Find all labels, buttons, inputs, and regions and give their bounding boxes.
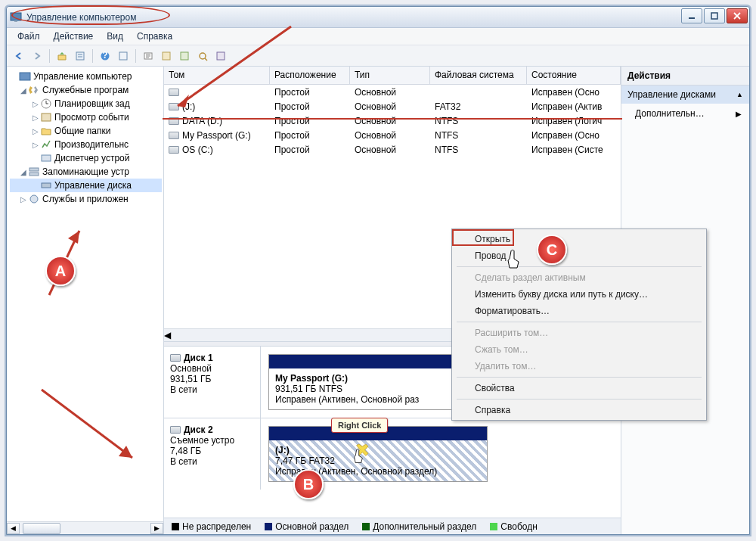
tb-icon-3[interactable] — [177, 48, 192, 64]
menu-view[interactable]: Вид — [101, 29, 129, 44]
actions-more[interactable]: Дополнительн…▶ — [621, 104, 749, 123]
disk-icon — [169, 132, 179, 139]
up-button[interactable] — [54, 48, 70, 64]
ctx-props[interactable]: Свойства — [454, 380, 705, 396]
nav-back-button[interactable] — [11, 48, 26, 64]
svg-rect-26 — [42, 183, 51, 188]
vol-row[interactable]: DATA (D:)ПростойОсновнойNTFSИсправен (Ло… — [164, 113, 621, 128]
tb-icon-5[interactable] — [213, 48, 228, 64]
vol-row[interactable]: OS (C:)ПростойОсновнойNTFSИсправен (Сист… — [164, 142, 621, 157]
col-state[interactable]: Состояние — [527, 67, 621, 84]
col-layout[interactable]: Расположение — [270, 67, 350, 84]
disk1-name: Диск 1 — [184, 353, 213, 363]
disk2-name: Диск 2 — [184, 424, 213, 435]
disk1-size: 931,51 ГБ — [170, 374, 254, 384]
tree-devmgr[interactable]: Диспетчер устрой — [10, 151, 162, 165]
menu-action[interactable]: Действие — [48, 29, 100, 44]
actions-header: Действия — [621, 67, 749, 86]
disk-icon — [169, 117, 179, 125]
tree-pane: Управление компьютер ◢Служебные програм … — [7, 67, 164, 534]
tree-perf[interactable]: ▷Производительнс — [10, 138, 162, 151]
disk2-partition[interactable]: (J:) 7,47 ГБ FAT32 Исправен (Активен, Ос… — [268, 426, 488, 482]
svg-rect-22 — [42, 113, 51, 121]
svg-rect-17 — [217, 52, 225, 60]
col-fs[interactable]: Файловая система — [430, 67, 527, 84]
ctx-active: Сделать раздел активным — [454, 269, 705, 286]
vol-row[interactable]: My Passport (G:)ПростойОсновнойNTFSИспра… — [164, 128, 621, 142]
part2-title: (J:) — [275, 445, 481, 455]
svg-rect-3 — [711, 13, 717, 19]
window-title: Управление компьютером — [26, 12, 746, 23]
svg-rect-25 — [29, 173, 39, 176]
disk-icon — [169, 89, 179, 96]
svg-rect-13 — [163, 52, 170, 60]
disk-icon — [170, 426, 181, 434]
app-icon — [10, 11, 22, 23]
anno-right-click-label: Right Click — [331, 418, 388, 433]
tb-icon-1[interactable] — [141, 48, 156, 64]
anno-cursor-2 — [351, 443, 370, 465]
tree-diskmgmt[interactable]: Управление диска — [10, 179, 162, 192]
vol-row[interactable]: ПростойОсновнойИсправен (Осно — [164, 85, 621, 99]
disk1-status: В сети — [170, 384, 254, 395]
legend: Не распределен Основной раздел Дополните… — [164, 518, 621, 534]
tree-services[interactable]: ▷Службы и приложен — [10, 192, 162, 206]
disk-icon — [169, 146, 179, 154]
tb-icon-2[interactable] — [159, 48, 174, 64]
svg-rect-1 — [14, 20, 17, 22]
svg-rect-6 — [76, 52, 84, 60]
context-menu: Открыть Провод Сделать раздел активным И… — [451, 229, 707, 421]
menu-file[interactable]: Файл — [11, 29, 46, 44]
menu-help[interactable]: Справка — [131, 29, 178, 44]
ctx-letter[interactable]: Изменить букву диска или путь к диску… — [454, 286, 705, 303]
disk2-status: В сети — [170, 456, 254, 467]
ctx-shrink: Сжать том… — [454, 341, 705, 358]
properties-button[interactable] — [73, 48, 88, 64]
tree-storage[interactable]: ◢Запоминающие устр — [10, 165, 162, 179]
ctx-delete: Удалить том… — [454, 358, 705, 375]
tree-events[interactable]: ▷Просмотр событи — [10, 110, 162, 124]
tree-shared[interactable]: ▷Общие папки — [10, 124, 162, 138]
titlebar: Управление компьютером — [7, 7, 749, 28]
ctx-help[interactable]: Справка — [454, 402, 705, 418]
minimize-button[interactable] — [681, 8, 702, 23]
svg-line-16 — [205, 58, 207, 61]
svg-rect-18 — [20, 73, 30, 80]
view-button[interactable] — [116, 48, 131, 64]
svg-rect-14 — [181, 52, 188, 60]
svg-rect-11 — [119, 52, 127, 60]
tb-icon-4[interactable] — [195, 48, 210, 64]
part2-size: 7,47 ГБ FAT32 — [275, 455, 481, 466]
ctx-open[interactable]: Открыть — [454, 231, 705, 247]
actions-sub[interactable]: Управление дисками▲ — [621, 86, 749, 104]
menubar: Файл Действие Вид Справка — [7, 28, 749, 45]
ctx-explorer[interactable]: Провод — [454, 247, 705, 264]
tree-root[interactable]: Управление компьютер — [10, 70, 162, 83]
col-volume[interactable]: Том — [164, 67, 270, 84]
tree-scheduler[interactable]: ▷Планировщик зад — [10, 97, 162, 110]
svg-rect-0 — [11, 13, 21, 20]
ctx-extend: Расширить том… — [454, 325, 705, 341]
part2-state: Исправен (Активен, Основной раздел) — [275, 466, 481, 477]
disk1-kind: Основной — [170, 363, 254, 374]
disk2-kind: Съемное устро — [170, 435, 254, 446]
close-button[interactable] — [727, 8, 748, 23]
disk-icon — [169, 103, 179, 110]
svg-rect-24 — [29, 168, 39, 171]
svg-rect-23 — [42, 155, 51, 161]
svg-point-15 — [200, 53, 206, 59]
ctx-format[interactable]: Форматировать… — [454, 303, 705, 319]
vol-row[interactable]: (J:)ПростойОсновнойFAT32Исправен (Актив — [164, 99, 621, 113]
svg-text:?: ? — [102, 51, 107, 61]
tree-tools[interactable]: ◢Служебные програм — [10, 83, 162, 97]
volume-header: Том Расположение Тип Файловая система Со… — [164, 67, 621, 85]
toolbar: ? — [7, 45, 749, 67]
disk2-size: 7,48 ГБ — [170, 446, 254, 456]
maximize-button[interactable] — [704, 8, 725, 23]
help-button[interactable]: ? — [98, 48, 113, 64]
nav-forward-button[interactable] — [29, 48, 45, 64]
col-type[interactable]: Тип — [350, 67, 430, 84]
tree-hscroll[interactable]: ◀▶ — [7, 521, 163, 534]
svg-point-27 — [30, 195, 38, 203]
disk-icon — [170, 354, 181, 362]
